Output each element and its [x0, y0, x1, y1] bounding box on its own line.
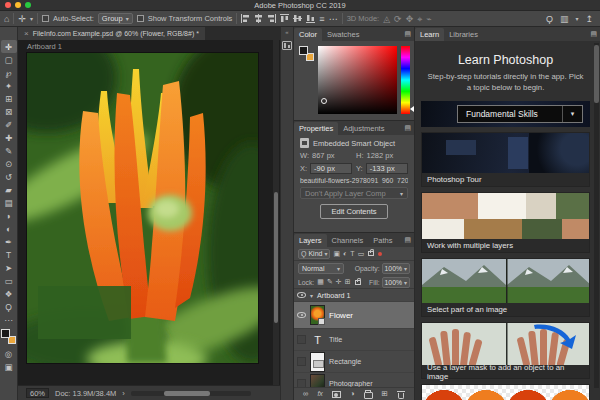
move-tool[interactable]: ✛ [1, 40, 17, 53]
workspace-icon[interactable]: ▥ [560, 14, 569, 24]
layer-row-title[interactable]: T Title [294, 329, 414, 351]
auto-select-dropdown[interactable]: Group▾ [98, 13, 133, 24]
canvas-vertical-scrollbar[interactable] [273, 40, 279, 385]
tab-layers[interactable]: Layers [294, 234, 327, 247]
history-brush-tool[interactable]: ↺ [1, 170, 17, 183]
panel-menu-icon[interactable]: ▤ [590, 30, 597, 38]
y-position-field[interactable]: -133 px [366, 163, 408, 174]
layer-row-photographer[interactable]: Photographer [294, 373, 414, 387]
filter-type-icon[interactable]: T [350, 250, 354, 257]
color-cursor[interactable] [321, 98, 327, 104]
tutorial-card-multiple-layers[interactable]: Work with multiple layers [421, 192, 590, 253]
align-bottom-icon[interactable] [306, 14, 315, 23]
close-window-button[interactable] [5, 2, 11, 8]
opacity-field[interactable]: 100%▾ [382, 263, 410, 274]
panel-menu-icon[interactable]: ▤ [404, 30, 411, 38]
delete-layer-icon[interactable] [397, 390, 405, 399]
brush-tool[interactable]: ✎ [1, 144, 17, 157]
tutorial-card-partial[interactable] [421, 384, 590, 400]
show-transform-checkbox[interactable] [137, 15, 144, 22]
status-chevron-icon[interactable]: › [122, 389, 125, 398]
layer-row-artboard[interactable]: ▾ Artboard 1 [294, 289, 414, 302]
filter-shape-icon[interactable]: ▭ [358, 250, 365, 258]
hand-tool[interactable]: ❖ [1, 287, 17, 300]
color-panel-swatches[interactable] [299, 46, 314, 61]
vertical-scroll-thumb[interactable] [274, 192, 278, 323]
filter-smart-object-icon[interactable] [368, 251, 374, 256]
move-tool-preset-icon[interactable]: ✛ [18, 14, 26, 24]
align-middle-icon[interactable] [293, 14, 302, 23]
path-selection-tool[interactable]: ➤ [1, 261, 17, 274]
edit-contents-button[interactable]: Edit Contents [320, 204, 387, 219]
home-icon[interactable]: ⌂ [4, 14, 9, 24]
tutorial-card-layer-mask[interactable]: Use a layer mask to add an object to an … [421, 322, 590, 379]
layer-thumbnail-flower[interactable] [310, 305, 325, 325]
minimize-window-button[interactable] [15, 2, 21, 8]
new-group-icon[interactable] [364, 392, 373, 399]
filter-toggle-icon[interactable] [378, 252, 382, 256]
marquee-tool[interactable]: ▢ [1, 53, 17, 66]
pen-tool[interactable]: ✒ [1, 235, 17, 248]
tab-libraries[interactable]: Libraries [444, 28, 483, 41]
quick-selection-tool[interactable]: ✦ [1, 79, 17, 92]
crop-tool[interactable]: ⊞ [1, 92, 17, 105]
more-align-options-icon[interactable]: ⋯ [329, 14, 338, 24]
align-center-icon[interactable] [254, 14, 263, 23]
align-right-icon[interactable] [267, 14, 276, 23]
tab-channels[interactable]: Channels [327, 234, 369, 247]
align-top-icon[interactable] [280, 14, 289, 23]
lock-transparency-icon[interactable]: ▦ [317, 278, 324, 286]
histogram-panel-icon[interactable] [282, 41, 292, 50]
adjustment-layer-icon[interactable]: ◑ [350, 390, 355, 398]
screen-mode-button[interactable]: ▣ [1, 360, 17, 373]
add-mask-icon[interactable] [332, 391, 341, 398]
topic-dropdown[interactable]: Fundamental Skills ▾ [457, 105, 583, 123]
tab-adjustments[interactable]: Adjustments [338, 122, 389, 135]
tutorial-card-photoshop-tour[interactable]: Photoshop Tour [421, 132, 590, 187]
share-icon[interactable]: ↥ [585, 14, 593, 24]
chevron-down-icon[interactable]: ▾ [30, 15, 33, 22]
tab-color[interactable]: Color [294, 28, 322, 41]
visibility-checkbox[interactable] [297, 379, 306, 387]
lock-pixels-icon[interactable]: ✎ [327, 278, 333, 286]
layer-row-rectangle[interactable]: Rectangle [294, 351, 414, 373]
auto-select-checkbox[interactable] [42, 15, 49, 22]
tab-properties[interactable]: Properties [294, 122, 338, 135]
tutorial-card-select-image[interactable]: Select part of an image [421, 258, 590, 317]
eraser-tool[interactable]: ▰ [1, 183, 17, 196]
chevron-down-icon[interactable]: ▾ [310, 292, 313, 299]
fill-field[interactable]: 100%▾ [382, 277, 410, 288]
canvas[interactable]: Artboard 1 [18, 40, 280, 385]
distribute-icon[interactable]: ≡ [319, 14, 324, 24]
search-icon[interactable]: Ϙ [546, 14, 553, 24]
hue-slider[interactable] [401, 46, 410, 114]
horizontal-scroll-thumb[interactable] [164, 391, 210, 396]
align-left-icon[interactable] [241, 14, 250, 23]
filter-adjustment-icon[interactable]: ◐ [343, 250, 347, 257]
layer-row-flower[interactable]: Flower [294, 302, 414, 329]
dodge-tool[interactable]: ◐ [1, 222, 17, 235]
visibility-eye-icon[interactable] [297, 292, 306, 298]
layer-thumbnail-text[interactable]: T [310, 330, 325, 350]
gradient-tool[interactable]: ▤ [1, 196, 17, 209]
document-tab[interactable]: × FileInfo.com Example.psd @ 60% (Flower… [18, 27, 205, 40]
blur-tool[interactable]: ◗ [1, 209, 17, 222]
artboard-flower-image[interactable] [27, 53, 258, 363]
lasso-tool[interactable]: ℘ [1, 66, 17, 79]
eyedropper-tool[interactable]: ✐ [1, 118, 17, 131]
color-swatches-widget[interactable] [1, 329, 16, 344]
learn-scroll-thumb[interactable] [594, 45, 599, 103]
new-layer-icon[interactable]: ⊞ [382, 390, 388, 398]
clone-stamp-tool[interactable]: ⊙ [1, 157, 17, 170]
filter-kind-dropdown[interactable]: ϘKind▾ [298, 249, 330, 259]
visibility-checkbox[interactable] [297, 357, 306, 366]
hue-slider-marker[interactable] [410, 106, 414, 112]
artboard-label[interactable]: Artboard 1 [27, 42, 62, 51]
layer-thumbnail-image[interactable] [310, 374, 325, 388]
healing-brush-tool[interactable]: ✚ [1, 131, 17, 144]
layer-style-icon[interactable]: fx [317, 390, 322, 398]
x-position-field[interactable]: -90 px [310, 163, 352, 174]
tab-paths[interactable]: Paths [368, 234, 397, 247]
zoom-level-field[interactable]: 60% [26, 388, 49, 398]
link-layers-icon[interactable]: ∞ [303, 390, 308, 398]
